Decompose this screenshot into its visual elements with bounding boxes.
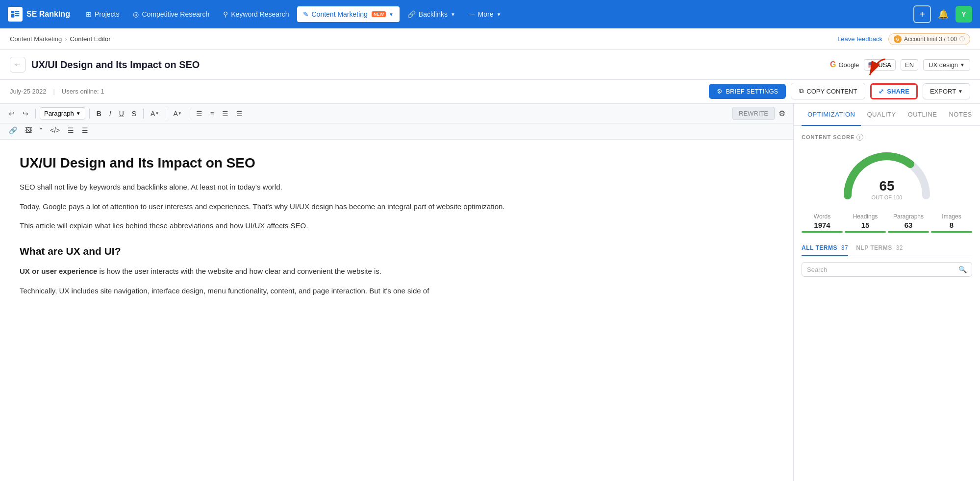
panel-tabs: OPTIMIZATION QUALITY OUTLINE NOTES	[794, 104, 980, 126]
breadcrumb: Content Marketing › Content Editor	[10, 35, 111, 43]
text-color-button[interactable]: A▼	[170, 108, 184, 120]
link-button[interactable]: 🔗	[6, 124, 20, 136]
nav-more[interactable]: ··· More ▼	[463, 6, 507, 22]
stats-row: Words 1974 Headings 15 Paragraphs 63 Ima…	[802, 213, 972, 233]
brief-settings-button[interactable]: ⚙ BRIEF SETTINGS	[709, 84, 786, 99]
google-badge: G Google	[830, 60, 859, 69]
undo-button[interactable]: ↩	[6, 108, 18, 120]
meta-divider: |	[53, 88, 54, 95]
quote-button[interactable]: "	[37, 124, 45, 136]
terms-tabs: ALL TERMS 37 NLP TERMS 32	[802, 240, 972, 256]
app-logo[interactable]: SE Ranking	[8, 7, 70, 22]
paragraph-style-selector[interactable]: Paragraph ▼	[40, 107, 85, 120]
tab-quality[interactable]: QUALITY	[861, 104, 902, 126]
toolbar-separator	[35, 109, 36, 119]
nav-content-marketing[interactable]: ✎ Content Marketing NEW ▼	[297, 6, 400, 22]
terms-search-input[interactable]	[807, 266, 955, 273]
flag-icon: 🇺🇸	[868, 61, 876, 69]
align-right-button[interactable]: ☰	[219, 108, 231, 120]
nav-projects[interactable]: ⊞ Projects	[80, 6, 126, 22]
svg-rect-3	[15, 13, 19, 15]
export-button[interactable]: EXPORT ▼	[923, 83, 970, 99]
terms-tab-nlp[interactable]: NLP TERMS 32	[856, 240, 903, 256]
account-limit-text: Account limit 3 / 100	[904, 36, 957, 43]
code-button[interactable]: </>	[47, 124, 63, 136]
keyword-icon: ⚲	[223, 10, 228, 18]
numbered-list-button[interactable]: ☰	[79, 124, 91, 136]
share-button[interactable]: ⤢ SHARE	[870, 83, 918, 99]
chevron-down-icon: ▼	[76, 111, 81, 116]
content-p3: This article will explain what lies behi…	[20, 219, 774, 232]
chevron-down-icon: ▼	[496, 12, 501, 17]
content-score-gauge: 65 OUT OF 100	[838, 146, 936, 205]
breadcrumb-parent[interactable]: Content Marketing	[10, 35, 62, 43]
tab-optimization[interactable]: OPTIMIZATION	[802, 104, 861, 126]
italic-button[interactable]: I	[106, 108, 114, 120]
action-buttons: ⚙ BRIEF SETTINGS ⧉ COPY CONTENT ⤢ SHARE	[709, 83, 970, 99]
notification-bell-icon[interactable]: 🔔	[935, 6, 952, 23]
user-avatar[interactable]: Y	[955, 6, 972, 23]
content-score-label: CONTENT SCORE i	[802, 134, 972, 141]
keyword-label: UX design	[929, 61, 958, 69]
add-button[interactable]: +	[913, 5, 931, 23]
align-center-button[interactable]: ≡	[207, 108, 217, 120]
nav-competitive[interactable]: ◎ Competitive Research	[127, 6, 215, 22]
country-label: USA	[878, 61, 891, 69]
copy-content-button[interactable]: ⧉ COPY CONTENT	[791, 83, 865, 99]
share-container: ⤢ SHARE	[870, 83, 918, 99]
image-button[interactable]: 🖼	[22, 124, 35, 136]
language-badge[interactable]: EN	[901, 59, 918, 71]
words-bar	[802, 231, 843, 233]
bold-button[interactable]: B	[94, 108, 104, 120]
tab-outline[interactable]: OUTLINE	[902, 104, 943, 126]
page-title: UX/UI Design and Its Impact on SEO	[31, 59, 200, 71]
align-justify-button[interactable]: ☰	[233, 108, 246, 120]
info-icon[interactable]: i	[856, 134, 863, 141]
headings-bar	[845, 231, 886, 233]
more-icon: ···	[469, 10, 475, 18]
app-name: SE Ranking	[26, 10, 70, 19]
sliders-icon[interactable]: ⚙	[777, 107, 787, 120]
regular-text: is how the user interacts with the websi…	[97, 267, 381, 275]
search-icon: 🔍	[958, 265, 967, 273]
svg-text:OUT OF 100: OUT OF 100	[872, 194, 903, 200]
nav-backlinks[interactable]: 🔗 Backlinks ▼	[402, 6, 461, 22]
tab-notes[interactable]: NOTES	[943, 104, 978, 126]
svg-rect-1	[11, 14, 15, 18]
info-icon: ⓘ	[959, 35, 965, 43]
content-icon: ✎	[303, 10, 309, 18]
share-icon: ⤢	[879, 88, 884, 95]
editor-toolbar-row2: 🔗 🖼 " </> ☰ ☰	[0, 123, 793, 140]
search-engine-label: Google	[838, 61, 859, 69]
competitive-icon: ◎	[133, 10, 139, 18]
redo-button[interactable]: ↪	[20, 108, 31, 120]
breadcrumb-bar: Content Marketing › Content Editor Leave…	[0, 28, 980, 50]
strikethrough-button[interactable]: S	[129, 108, 139, 120]
title-left: ← UX/UI Design and Its Impact on SEO	[10, 57, 200, 72]
logo-icon	[8, 7, 23, 22]
stat-images: Images 8	[931, 213, 972, 233]
content-h2: What are UX and UI?	[20, 244, 774, 258]
bullet-list-button[interactable]: ☰	[65, 124, 77, 136]
toolbar-separator	[143, 109, 144, 119]
users-online: Users online: 1	[62, 88, 104, 95]
layers-icon: ⊞	[86, 10, 92, 18]
right-panel: OPTIMIZATION QUALITY OUTLINE NOTES CONTE…	[794, 104, 980, 481]
content-h1: UX/UI Design and Its Impact on SEO	[20, 154, 774, 172]
editor-area: ↩ ↪ Paragraph ▼ B I U S A▼ A▼ ☰ ≡ ☰ ☰ RE…	[0, 104, 794, 481]
country-selector[interactable]: 🇺🇸 USA	[864, 59, 896, 71]
account-icon: G	[894, 35, 902, 43]
align-left-button[interactable]: ☰	[193, 108, 205, 120]
highlight-button[interactable]: A▼	[148, 108, 162, 120]
leave-feedback-link[interactable]: Leave feedback	[837, 35, 882, 43]
toolbar-separator	[89, 109, 90, 119]
nav-keyword[interactable]: ⚲ Keyword Research	[217, 6, 295, 22]
keyword-dropdown[interactable]: UX design ▼	[923, 59, 970, 71]
terms-search-box[interactable]: 🔍	[802, 262, 972, 277]
underline-button[interactable]: U	[116, 108, 127, 120]
editor-content[interactable]: UX/UI Design and Its Impact on SEO SEO s…	[0, 140, 793, 481]
terms-tab-all[interactable]: ALL TERMS 37	[802, 240, 848, 256]
bold-text: UX or user experience	[20, 267, 97, 275]
back-button[interactable]: ←	[10, 57, 25, 72]
content-p5: Technically, UX includes site navigation…	[20, 285, 774, 297]
